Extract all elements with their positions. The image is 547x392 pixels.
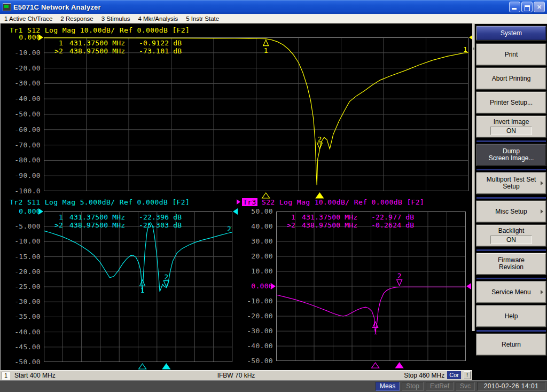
marker-frequency: 431.37500 MHz: [302, 213, 368, 221]
trace1-y-label: -60.00: [3, 126, 41, 134]
menu-item-4-mkr-analysis[interactable]: 4 Mkr/Analysis: [138, 15, 178, 22]
stimulus-marker-1-icon: [372, 363, 379, 368]
trace3-y-label: -40.00: [236, 342, 273, 350]
marker-frequency: 431.37500 MHz: [69, 39, 136, 47]
instrument-screen: Tr1 S12 Log Mag 10.00dB/ Ref 0.000dB [F2…: [0, 23, 472, 370]
marker-readout-row: >2438.97500 MHz-0.2624 dB: [282, 221, 414, 229]
trace3-y-label: -20.00: [236, 312, 273, 320]
softkey-firmware-revision[interactable]: Firmware Revision: [476, 253, 546, 275]
trace1-y-label: -70.00: [3, 141, 41, 149]
softkey-label: Return: [502, 341, 521, 348]
marker-number: >2: [282, 221, 295, 229]
taskbar-indicator-svc: Svc: [456, 382, 475, 391]
softkey-label: Printer Setup...: [490, 99, 533, 106]
marker-frequency: 431.37500 MHz: [69, 213, 136, 221]
softkey-divider: [476, 197, 546, 199]
menu-item-1-active-ch-trace[interactable]: 1 Active Ch/Trace: [4, 15, 52, 22]
taskbar-indicator-stop: Stop: [402, 382, 424, 391]
menu-item-2-response[interactable]: 2 Response: [60, 15, 93, 22]
e5071c-window: E5071C Network Analyzer ✕ 1 Active Ch/Tr…: [0, 0, 547, 392]
softkey-value-backlight: ON: [490, 236, 532, 244]
marker-readout-row: >2438.97500 MHz-25.303 dB: [49, 221, 182, 229]
submenu-arrow-icon: [541, 209, 543, 214]
softkey-label: Multiport Test Set Setup: [482, 176, 540, 190]
softkey-divider: [476, 169, 546, 170]
ifbw-label: IFBW 70 kHz: [0, 372, 472, 379]
marker-2-icon: [397, 280, 402, 286]
softkey-sidebar: SystemPrintAbort PrintingPrinter Setup..…: [472, 23, 547, 380]
softkey-label: Service Menu: [491, 289, 530, 296]
trace1-y-label: -40.00: [3, 95, 41, 103]
trace2-y-label: -5.000: [3, 222, 41, 230]
correction-badge: Cor: [447, 371, 461, 379]
marker-readout-row: 1431.37500 MHz-22.977 dB: [282, 213, 414, 221]
trace-name: Tr3: [242, 198, 257, 206]
softkey-multiport-test-set-setup[interactable]: Multiport Test Set Setup: [476, 173, 546, 194]
trace3-header[interactable]: Tr3 S22 Log Mag 10.00dB/ Ref 0.000dB [F2…: [237, 198, 424, 206]
softkey-label: Misc Setup: [495, 208, 527, 215]
trace2-y-label: -30.00: [3, 297, 41, 305]
ref-level-arrow-left: [271, 283, 276, 289]
trace1-y-label: -100.0: [3, 187, 41, 195]
taskbar-indicator-extref: ExtRef: [426, 382, 454, 391]
softkey-label: Firmware Revision: [498, 257, 525, 271]
taskbar-indicator-meas: Meas: [376, 382, 400, 391]
trace3-y-label: 50.00: [236, 207, 273, 215]
app-icon: [3, 3, 11, 11]
marker-number: >2: [49, 47, 63, 55]
trace2-y-label: -25.00: [3, 283, 41, 291]
softkey-misc-setup[interactable]: Misc Setup: [476, 201, 546, 222]
trace1-y-label: -80.00: [3, 156, 41, 164]
marker-number: >2: [49, 221, 63, 229]
softkey-divider: [476, 140, 546, 142]
softkey-service-menu[interactable]: Service Menu: [476, 281, 546, 303]
svg-text:1: 1: [373, 328, 378, 336]
sidebar-edge-strip: [472, 24, 475, 331]
menu-item-3-stimulus[interactable]: 3 Stimulus: [101, 15, 130, 22]
stimulus-marker-2-icon: [316, 193, 323, 198]
marker-value: -22.396 dB: [139, 213, 182, 221]
marker-readout-row: 1431.37500 MHz-0.9122 dB: [49, 39, 182, 47]
trace1-y-label: -20.00: [3, 64, 41, 72]
softkey-invert-image[interactable]: Invert ImageON: [476, 116, 546, 137]
softkey-print[interactable]: Print: [476, 44, 546, 65]
marker-readout-row: >2438.97500 MHz-73.101 dB: [49, 47, 182, 55]
trace2-y-label: -15.00: [3, 253, 41, 261]
ref-level-arrow-right: [466, 283, 471, 289]
softkey-value-invert-image: ON: [490, 127, 532, 135]
restore-button[interactable]: [521, 2, 533, 12]
softkey-label: Print: [505, 51, 518, 58]
stimulus-marker-2-icon: [396, 363, 403, 368]
marker-1-icon: [140, 280, 145, 286]
trace1-marker-readout: 1431.37500 MHz-0.9122 dB>2438.97500 MHz-…: [49, 39, 182, 55]
marker-readout-row: 1431.37500 MHz-22.396 dB: [49, 213, 182, 221]
softkey-return[interactable]: Return: [476, 334, 546, 355]
title-bar: E5071C Network Analyzer ✕: [0, 0, 547, 14]
softkey-printer-setup[interactable]: Printer Setup...: [476, 92, 546, 113]
active-trace-arrow-icon: [237, 199, 240, 205]
softkey-abort-printing[interactable]: Abort Printing: [476, 68, 546, 89]
trace3-y-label: -30.00: [236, 327, 273, 335]
marker-value: -25.303 dB: [139, 221, 182, 229]
close-button[interactable]: ✕: [534, 2, 545, 12]
stop-frequency-label: Stop 460 MHz: [404, 372, 444, 379]
svg-text:2: 2: [318, 135, 322, 143]
softkey-backlight[interactable]: BacklightON: [476, 225, 546, 246]
trace2-y-label: -20.00: [3, 268, 41, 276]
trace2-y-label: -35.00: [3, 312, 41, 320]
softkey-dump-screen-image[interactable]: Dump Screen Image...: [476, 144, 546, 166]
ref-level-arrow-left: [38, 208, 43, 215]
softkey-divider: [476, 249, 546, 251]
trace3-y-label: 10.00: [236, 267, 273, 275]
softkey-system[interactable]: System: [476, 26, 546, 40]
softkey-label: Abort Printing: [492, 75, 531, 82]
minimize-button[interactable]: [509, 2, 520, 12]
clock: 2010-02-26 14:01: [477, 382, 545, 391]
menu-item-5-instr-state[interactable]: 5 Instr State: [186, 15, 219, 22]
trace2-y-label: -50.00: [3, 358, 41, 366]
trace3-y-label: 30.00: [236, 237, 273, 245]
trace3-plot: 12: [276, 211, 466, 361]
softkey-help[interactable]: Help: [476, 305, 546, 327]
trace2-header[interactable]: Tr2 S11 Log Mag 5.000dB/ Ref 0.000dB [F2…: [10, 198, 190, 206]
softkey-label: Help: [505, 313, 518, 320]
